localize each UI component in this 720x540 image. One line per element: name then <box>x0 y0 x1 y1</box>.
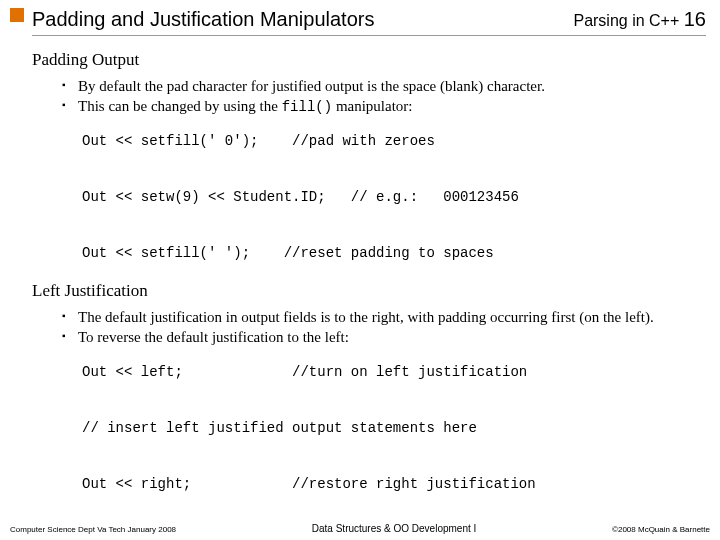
section-padding-output: Padding Output By default the pad charac… <box>32 50 706 267</box>
footer: Computer Science Dept Va Tech January 20… <box>0 523 720 534</box>
list-item: To reverse the default justification to … <box>62 327 706 347</box>
list-item: By default the pad character for justifi… <box>62 76 706 96</box>
bullet-text: To reverse the default justification to … <box>78 329 349 345</box>
bullet-text-pre: This can be changed by using the <box>78 98 282 114</box>
list-item: This can be changed by using the fill() … <box>62 96 706 117</box>
bullet-text-post: manipulator: <box>332 98 412 114</box>
header-right: Parsing in C++ 16 <box>573 8 706 31</box>
section-left-justification: Left Justification The default justifica… <box>32 281 706 498</box>
footer-right: ©2008 McQuain & Barnette <box>612 525 710 534</box>
slide: Padding and Justification Manipulators P… <box>0 0 720 540</box>
title-row: Padding and Justification Manipulators P… <box>32 8 706 36</box>
slide-title: Padding and Justification Manipulators <box>32 8 374 31</box>
section-heading: Left Justification <box>32 281 706 301</box>
topic-label: Parsing in C++ <box>573 12 679 29</box>
bullet-list: By default the pad character for justifi… <box>62 76 706 117</box>
footer-center: Data Structures & OO Development I <box>312 523 477 534</box>
inline-code: fill() <box>282 99 332 115</box>
section-heading: Padding Output <box>32 50 706 70</box>
page-number: 16 <box>684 8 706 30</box>
code-block: Out << left; //turn on left justificatio… <box>82 358 706 498</box>
bullet-text: By default the pad character for justifi… <box>78 78 545 94</box>
accent-square <box>10 8 24 22</box>
list-item: The default justification in output fiel… <box>62 307 706 327</box>
footer-left: Computer Science Dept Va Tech January 20… <box>10 525 176 534</box>
bullet-text: The default justification in output fiel… <box>78 309 654 325</box>
bullet-list: The default justification in output fiel… <box>62 307 706 348</box>
code-block: Out << setfill(' 0'); //pad with zeroes … <box>82 127 706 267</box>
